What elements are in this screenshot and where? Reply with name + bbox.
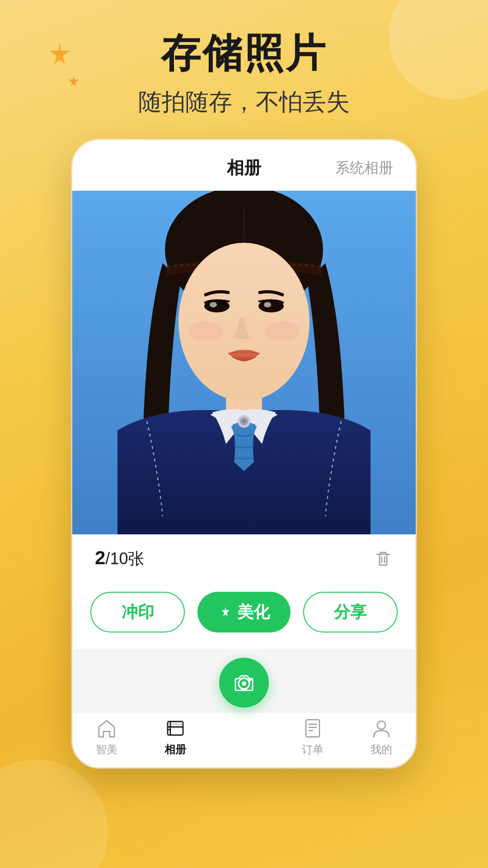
svg-point-13: [242, 420, 246, 423]
album-tab[interactable]: 相册: [227, 156, 261, 179]
bottom-nav: 智美 相册: [72, 712, 416, 768]
nav-item-album[interactable]: 相册: [141, 717, 210, 757]
phone-header: 相册 系统相册: [72, 140, 416, 191]
nav-item-order[interactable]: 订单: [278, 717, 347, 757]
camera-icon: [231, 670, 257, 696]
page-title: 存储照片: [0, 32, 488, 75]
nav-label-order: 订单: [302, 742, 324, 757]
beautify-button[interactable]: 美化: [197, 592, 290, 632]
svg-point-10: [265, 321, 300, 341]
portrait-image: [72, 191, 416, 534]
nav-label-home: 智美: [96, 742, 117, 757]
print-button[interactable]: 冲印: [90, 592, 185, 632]
svg-point-19: [377, 721, 385, 729]
profile-icon: [370, 717, 393, 740]
svg-point-15: [242, 681, 246, 686]
bg-blob-bottom: [0, 760, 108, 868]
photo-display: [72, 191, 416, 534]
photo-info-bar: 2/10张: [72, 534, 416, 583]
nav-item-profile[interactable]: 我的: [347, 717, 416, 757]
phone-mockup: 相册 系统相册: [72, 140, 416, 768]
nav-item-home[interactable]: 智美: [72, 717, 141, 757]
svg-point-9: [188, 321, 223, 341]
order-icon: [301, 717, 324, 740]
nav-label-profile: 我的: [371, 742, 392, 757]
svg-point-8: [264, 302, 271, 307]
beautify-icon: [218, 605, 233, 619]
page-subtitle: 随拍随存，不怕丢失: [0, 86, 488, 118]
svg-point-16: [249, 679, 251, 681]
nav-label-album: 相册: [164, 742, 186, 757]
action-buttons: 冲印 美化 分享: [72, 583, 416, 649]
home-icon: [95, 717, 118, 740]
title-section: 存储照片 随拍随存，不怕丢失: [0, 27, 488, 118]
camera-fab-button[interactable]: [219, 658, 269, 708]
delete-icon[interactable]: [373, 549, 393, 569]
camera-fab-row: [72, 649, 416, 712]
system-album-tab[interactable]: 系统相册: [335, 158, 393, 178]
share-button[interactable]: 分享: [303, 592, 398, 632]
photo-count: 2/10张: [95, 547, 144, 570]
album-icon: [164, 717, 187, 740]
svg-point-7: [210, 302, 217, 307]
svg-rect-18: [306, 720, 319, 737]
